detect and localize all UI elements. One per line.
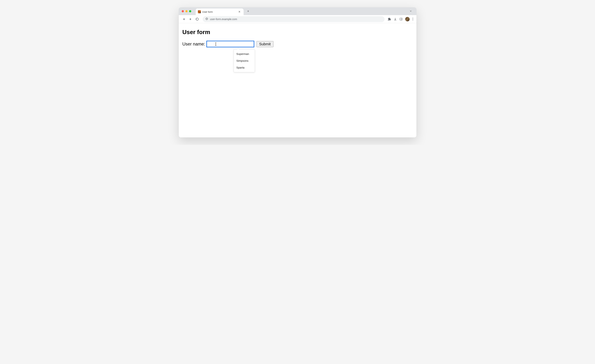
- tabs-dropdown-icon[interactable]: [408, 9, 413, 14]
- browser-toolbar: user-form.example.com: [179, 15, 417, 23]
- downloads-icon[interactable]: [393, 17, 397, 21]
- submit-button[interactable]: Submit: [256, 41, 273, 47]
- address-bar[interactable]: user-form.example.com: [203, 16, 385, 22]
- autocomplete-item-sparta[interactable]: Sparta: [234, 64, 255, 71]
- window-controls: [182, 10, 191, 12]
- window-minimize-button[interactable]: [185, 10, 188, 12]
- kebab-menu-icon[interactable]: [412, 17, 414, 21]
- page-title: User form: [182, 29, 413, 35]
- tab-close-icon[interactable]: ✕: [238, 10, 241, 14]
- autocomplete-item-simpsons[interactable]: Simpsons: [234, 57, 255, 64]
- username-label: User name:: [182, 42, 205, 47]
- forward-button[interactable]: [188, 17, 193, 22]
- username-input[interactable]: [206, 41, 254, 47]
- tab-title: User form: [202, 11, 236, 13]
- new-tab-button[interactable]: +: [246, 9, 251, 14]
- url-text: user-form.example.com: [210, 18, 237, 21]
- globe-icon: [205, 17, 208, 21]
- title-bar: User form ✕ +: [179, 7, 417, 15]
- window-close-button[interactable]: [182, 10, 184, 12]
- user-form: User name: Submit Superman Simpsons Spar…: [182, 41, 413, 47]
- autocomplete-item-superman[interactable]: Superman: [234, 50, 255, 57]
- page-content: User form User name: Submit Superman Sim…: [179, 23, 417, 137]
- back-button[interactable]: [181, 17, 186, 22]
- reload-button[interactable]: [195, 17, 200, 22]
- extensions-icon[interactable]: [388, 17, 391, 21]
- toolbar-right: [388, 17, 414, 21]
- profile-avatar[interactable]: [405, 17, 410, 21]
- tab-favicon-icon: [198, 10, 201, 13]
- svg-rect-6: [400, 18, 402, 20]
- autocomplete-dropdown: Superman Simpsons Sparta: [234, 49, 255, 72]
- browser-window: User form ✕ + user-form.example.com: [179, 7, 417, 137]
- browser-tab[interactable]: User form ✕: [196, 8, 244, 15]
- window-maximize-button[interactable]: [189, 10, 191, 12]
- side-panel-icon[interactable]: [399, 17, 403, 21]
